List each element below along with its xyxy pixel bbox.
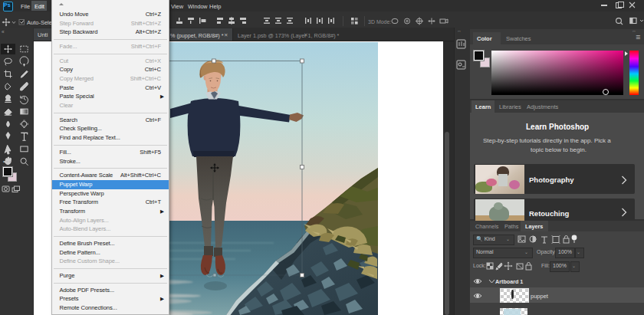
svg-text:3D Mode:: 3D Mode: (368, 19, 391, 25)
svg-text:Auto-Sele: Auto-Sele (27, 19, 52, 26)
